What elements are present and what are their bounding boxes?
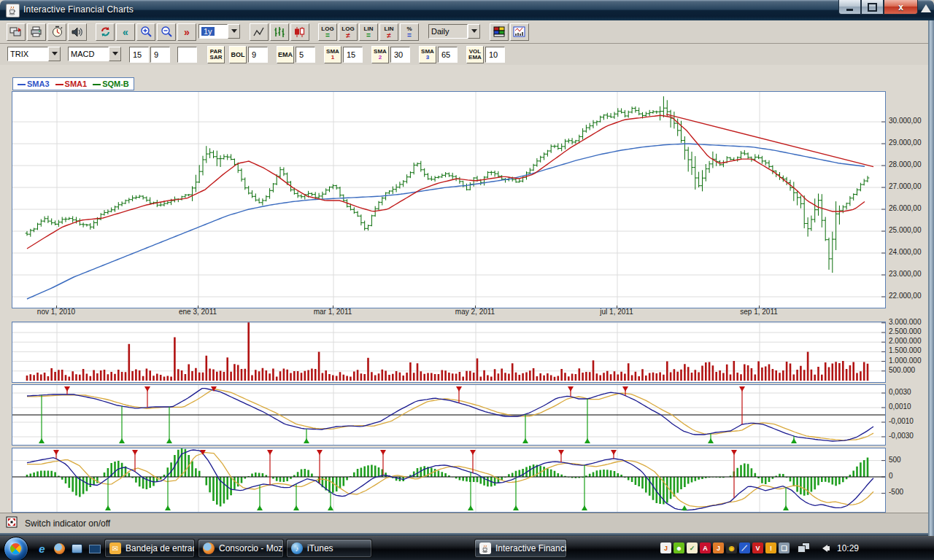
ema-button[interactable]: EMA xyxy=(277,46,294,63)
line-chart-type-button[interactable] xyxy=(250,23,269,41)
ohlc-chart-type-button[interactable] xyxy=(270,23,289,41)
param1-field[interactable]: 15 xyxy=(129,47,149,63)
tray-remote-icon[interactable]: ❑ xyxy=(779,542,790,553)
chevron-down-icon xyxy=(471,29,477,33)
colors-settings-button[interactable] xyxy=(490,23,509,41)
sma1-button[interactable]: SMA 1 xyxy=(324,46,341,63)
candlestick-chart-type-button[interactable] xyxy=(290,23,309,41)
taskbar-clock[interactable]: 10:29 xyxy=(837,543,859,553)
lin-notequal-button[interactable]: LIN ≠ xyxy=(379,23,398,41)
taskbar: e ✉ Bandeja de entrada ... Consorcio - M… xyxy=(0,536,934,560)
indicator1-combo[interactable]: TRIX xyxy=(7,47,61,63)
system-tray: J ☻ ✓ A J ◉ ／ V ! ❑ 10:29 xyxy=(660,542,859,553)
tray-search-icon[interactable]: ◉ xyxy=(726,542,737,553)
lin-equal-button[interactable]: LIN = xyxy=(359,23,378,41)
log-notequal-button[interactable]: LOG ≠ xyxy=(339,23,358,41)
sma3-period-field[interactable]: 65 xyxy=(438,47,458,63)
scroll-right-button[interactable]: » xyxy=(177,23,196,41)
y-axis-label: 3.000.000 xyxy=(889,318,922,326)
trix-indicator-panel[interactable] xyxy=(12,384,886,446)
bollinger-button[interactable]: BOL xyxy=(229,46,247,63)
indicator2-combo-arrow[interactable] xyxy=(109,47,121,61)
minimize-button[interactable] xyxy=(838,0,861,15)
indicator1-value: TRIX xyxy=(10,50,28,58)
quicklaunch-show-desktop-icon[interactable] xyxy=(70,542,84,556)
scroll-left-button[interactable]: « xyxy=(116,23,135,41)
parabolic-sar-button[interactable]: PAR SAR xyxy=(207,46,225,63)
quicklaunch-internet-explorer-icon[interactable]: e xyxy=(35,542,49,556)
period-combo[interactable]: 1y xyxy=(198,24,240,40)
tray-sync-icon[interactable]: ✓ xyxy=(687,542,698,553)
indicator1-combo-arrow[interactable] xyxy=(48,47,61,61)
sar-label: SAR xyxy=(210,55,223,61)
log-equal-button[interactable]: LOG = xyxy=(318,23,337,41)
sma3-button[interactable]: SMA 3 xyxy=(419,46,436,63)
quicklaunch-media-player-icon[interactable] xyxy=(88,542,101,556)
windows-logo-icon xyxy=(10,543,21,554)
price-chart-panel[interactable] xyxy=(12,91,886,308)
taskbar-button-interactive-financial[interactable]: Interactive Financial... xyxy=(474,539,567,558)
taskbar-button-mail[interactable]: ✉ Bandeja de entrada ... xyxy=(104,539,195,558)
window-controls: x xyxy=(838,0,918,14)
param3-field[interactable] xyxy=(177,47,197,63)
sma2-button[interactable]: SMA 2 xyxy=(371,46,389,63)
sqmb-line-swatch xyxy=(93,84,101,85)
java-app-icon xyxy=(6,4,20,18)
zoom-in-button[interactable] xyxy=(136,23,155,41)
taskbar-button-firefox[interactable]: Consorcio - Mozilla ... xyxy=(198,539,284,558)
maximize-icon xyxy=(868,3,877,12)
export-chart-button[interactable] xyxy=(7,23,26,41)
network-icon[interactable] xyxy=(798,542,811,553)
task-label: Consorcio - Mozilla ... xyxy=(219,543,284,553)
percent-equal-button[interactable]: % = xyxy=(400,23,419,41)
close-button[interactable]: x xyxy=(884,0,918,15)
timer-button[interactable] xyxy=(47,23,66,41)
titlebar[interactable]: Interactive Financial Charts x xyxy=(0,0,934,20)
interval-value: Daily xyxy=(431,27,449,36)
y-axis-label: 25.000,00 xyxy=(889,226,922,234)
sma3-line-swatch xyxy=(18,84,26,85)
print-button[interactable] xyxy=(27,23,46,41)
tray-messenger-icon[interactable]: ☻ xyxy=(674,542,684,553)
sound-button[interactable] xyxy=(68,23,87,41)
maximize-button[interactable] xyxy=(861,0,884,15)
taskbar-button-itunes[interactable]: ♪ iTunes xyxy=(286,539,372,558)
param2-field[interactable]: 9 xyxy=(150,47,170,63)
switch-indicator-icon[interactable] xyxy=(6,516,18,531)
status-text: Switch indicator on/off xyxy=(25,518,110,529)
volume-ema-button[interactable]: VOL EMA xyxy=(466,46,484,63)
interval-combo[interactable]: Daily xyxy=(428,24,480,40)
tray-antivirus-icon[interactable]: V xyxy=(752,542,763,553)
tray-java-icon[interactable]: J xyxy=(660,542,671,553)
volume-icon[interactable] xyxy=(819,545,827,552)
interval-combo-arrow[interactable] xyxy=(468,24,480,39)
chevron-down-icon xyxy=(52,52,58,55)
start-button[interactable] xyxy=(4,537,28,560)
tray-security-alert-icon[interactable]: ! xyxy=(765,542,776,553)
macd-indicator-panel[interactable] xyxy=(12,448,886,513)
ema-period-field[interactable]: 5 xyxy=(296,47,315,63)
tray-graphics-icon[interactable]: ／ xyxy=(739,542,750,553)
indicator-toolbar: TRIX MACD 15 9 PAR SAR BOL 9 EMA 5 xyxy=(0,44,934,66)
period-combo-arrow[interactable] xyxy=(228,24,240,39)
desktop: Interactive Financial Charts x xyxy=(0,0,934,560)
y-axis-label: 2.000.000 xyxy=(889,337,922,345)
bollinger-period-field[interactable]: 9 xyxy=(248,47,268,63)
titlebar-arrow-icon[interactable] xyxy=(921,4,931,12)
sma1-period-field[interactable]: 15 xyxy=(343,47,363,63)
quicklaunch-firefox-icon[interactable] xyxy=(53,542,66,556)
sma2-period-field[interactable]: 30 xyxy=(390,47,410,63)
sma1-line-swatch xyxy=(55,84,63,85)
refresh-button[interactable] xyxy=(96,23,115,41)
tray-adobe-reader-icon[interactable]: A xyxy=(700,542,711,553)
volume-panel[interactable] xyxy=(12,322,886,383)
volume-ema-period-field[interactable]: 10 xyxy=(485,47,505,63)
y-axis-label: 2.500.000 xyxy=(889,327,922,335)
close-icon: x xyxy=(898,2,903,12)
chevron-down-icon xyxy=(112,52,118,55)
tray-java-update-icon[interactable]: J xyxy=(713,542,724,553)
chart-window-button[interactable] xyxy=(510,23,529,41)
zoom-out-button[interactable] xyxy=(157,23,176,41)
x-axis-label: mar 1, 2011 xyxy=(314,308,352,316)
indicator2-combo[interactable]: MACD xyxy=(68,47,121,63)
